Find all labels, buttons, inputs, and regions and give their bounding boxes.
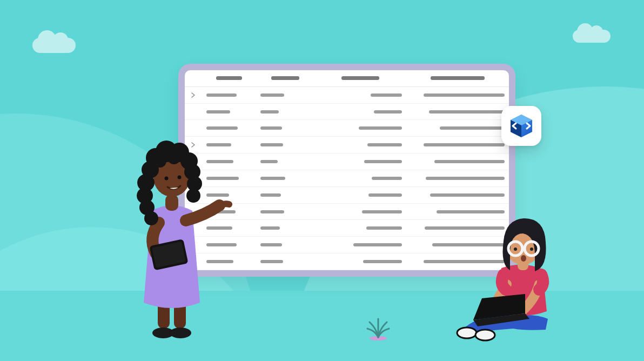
cell-placeholder xyxy=(367,143,402,146)
cell xyxy=(314,104,406,120)
cell-placeholder xyxy=(371,93,402,97)
cell xyxy=(256,120,314,136)
datagrid-row xyxy=(185,120,509,137)
cloud-icon xyxy=(573,30,611,43)
cell-placeholder xyxy=(430,193,505,197)
cell xyxy=(314,220,406,236)
cell-placeholder xyxy=(260,243,282,246)
svg-point-24 xyxy=(153,155,166,168)
cell-placeholder xyxy=(363,260,402,263)
illustration-scene: { "colors":{ "sky":"#5ed6d6","hill1":"#6… xyxy=(0,0,644,361)
column-header xyxy=(314,70,406,86)
cell xyxy=(256,253,314,270)
cell-placeholder xyxy=(260,143,283,146)
svg-point-20 xyxy=(144,211,158,225)
svg-point-26 xyxy=(165,177,169,180)
cell-placeholder xyxy=(372,177,402,180)
datagrid-row xyxy=(185,137,509,153)
cell xyxy=(314,153,406,170)
datagrid-row xyxy=(185,87,509,104)
svg-point-7 xyxy=(170,327,191,338)
cell-placeholder xyxy=(434,160,505,163)
cell xyxy=(406,153,509,170)
cell-placeholder xyxy=(353,243,402,246)
cell-placeholder xyxy=(260,260,283,263)
svg-point-27 xyxy=(178,176,182,179)
cell-placeholder xyxy=(260,210,284,213)
cloud-icon xyxy=(32,38,76,53)
cell-placeholder xyxy=(260,193,281,197)
cell xyxy=(256,137,314,153)
cell-placeholder xyxy=(364,160,402,163)
svg-point-25 xyxy=(167,151,180,164)
cell xyxy=(202,87,256,103)
cell-placeholder xyxy=(206,93,237,97)
chevron-right-icon xyxy=(191,92,196,98)
svg-rect-8 xyxy=(165,195,178,211)
cell xyxy=(314,137,406,153)
character-sitting-laptop xyxy=(454,203,578,344)
cell-placeholder xyxy=(374,110,402,113)
svg-point-39 xyxy=(530,248,533,251)
cell-placeholder xyxy=(440,126,505,130)
expand-toggle[interactable] xyxy=(185,104,202,120)
cell-placeholder xyxy=(260,160,278,163)
character-standing-presenter xyxy=(113,119,232,346)
cell-placeholder xyxy=(368,193,402,197)
cell xyxy=(314,237,406,253)
cell-placeholder xyxy=(426,177,505,180)
cell xyxy=(314,87,406,103)
cell-placeholder xyxy=(206,110,230,113)
cell-placeholder xyxy=(424,143,505,146)
cell xyxy=(406,104,509,120)
header-placeholder xyxy=(216,76,242,80)
cell-placeholder xyxy=(359,126,402,130)
cell xyxy=(314,170,406,186)
app-badge xyxy=(501,106,541,146)
cell xyxy=(256,153,314,170)
cell xyxy=(256,87,314,103)
datagrid-header xyxy=(185,70,509,87)
column-header xyxy=(202,70,256,86)
expand-toggle[interactable] xyxy=(185,87,202,103)
cell xyxy=(406,187,509,203)
cell-placeholder xyxy=(429,110,505,113)
column-header xyxy=(406,70,509,86)
datagrid-row xyxy=(185,187,509,204)
datagrid-row xyxy=(185,104,509,121)
cell-placeholder xyxy=(362,210,402,213)
cell-placeholder xyxy=(260,110,279,113)
cell xyxy=(314,253,406,270)
cell-placeholder xyxy=(260,226,280,230)
cell xyxy=(256,170,314,186)
cell xyxy=(202,104,256,120)
cell xyxy=(256,104,314,120)
cell xyxy=(406,120,509,136)
cell xyxy=(406,137,509,153)
svg-point-23 xyxy=(186,189,200,203)
cell-placeholder xyxy=(366,226,402,230)
cell xyxy=(256,220,314,236)
cell xyxy=(314,204,406,220)
cell xyxy=(256,204,314,220)
column-header xyxy=(185,70,202,86)
cell xyxy=(406,87,509,103)
cell-placeholder xyxy=(424,93,505,97)
winui-cube-icon xyxy=(508,112,535,139)
header-placeholder xyxy=(431,76,485,80)
plant-decoration xyxy=(362,313,394,340)
cell xyxy=(314,187,406,203)
cell-placeholder xyxy=(260,126,282,130)
cell xyxy=(256,187,314,203)
cell-placeholder xyxy=(260,177,285,180)
svg-point-40 xyxy=(521,255,526,262)
cell xyxy=(314,120,406,136)
cell-placeholder xyxy=(260,93,284,97)
header-placeholder xyxy=(271,76,299,80)
datagrid-row xyxy=(185,153,509,170)
column-header xyxy=(256,70,314,86)
cell xyxy=(256,237,314,253)
svg-point-38 xyxy=(514,248,517,251)
datagrid-row xyxy=(185,170,509,187)
header-placeholder xyxy=(341,76,379,80)
